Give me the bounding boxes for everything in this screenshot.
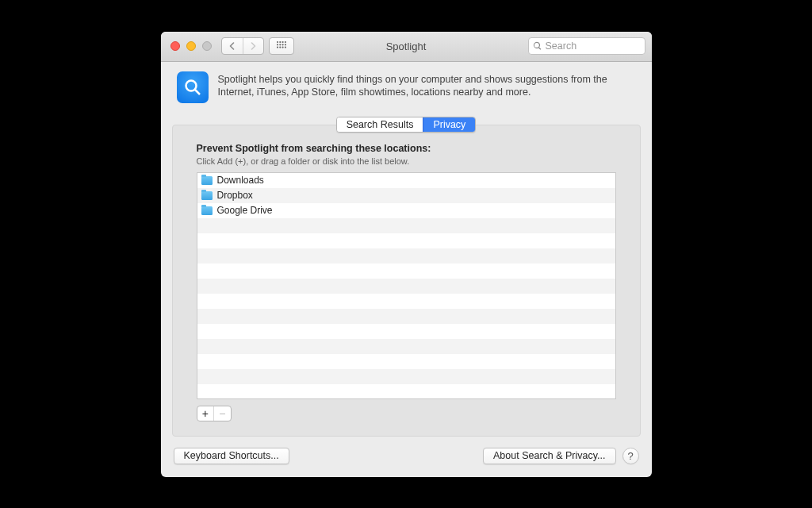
list-item[interactable] <box>197 309 615 324</box>
remove-button[interactable]: − <box>213 406 231 421</box>
tab-privacy[interactable]: Privacy <box>423 117 475 132</box>
show-all-button[interactable] <box>269 37 294 55</box>
forward-button[interactable] <box>243 38 263 54</box>
list-item[interactable] <box>197 218 615 233</box>
list-item[interactable] <box>197 324 615 339</box>
location-name: Downloads <box>217 175 264 186</box>
back-button[interactable] <box>222 38 243 54</box>
list-item[interactable] <box>197 294 615 309</box>
svg-point-2 <box>282 41 283 43</box>
folder-icon <box>201 206 213 215</box>
search-placeholder: Search <box>546 40 577 52</box>
list-item[interactable]: Google Drive <box>197 203 615 218</box>
help-button[interactable]: ? <box>622 448 639 464</box>
list-item[interactable] <box>197 264 615 279</box>
search-input[interactable]: Search <box>528 37 645 55</box>
spotlight-app-icon <box>177 71 209 103</box>
folder-icon <box>201 191 213 200</box>
header: Spotlight helps you quickly find things … <box>161 62 652 111</box>
svg-point-6 <box>282 44 283 45</box>
location-name: Google Drive <box>217 205 273 216</box>
preferences-window: Spotlight Search Spotlight helps you qui… <box>161 32 652 477</box>
svg-line-13 <box>195 90 200 94</box>
svg-point-10 <box>282 47 283 48</box>
footer: Keyboard Shortcuts... About Search & Pri… <box>161 448 652 477</box>
list-item[interactable] <box>197 248 615 264</box>
svg-point-11 <box>284 47 285 48</box>
panel-hint: Click Add (+), or drag a folder or disk … <box>197 156 616 166</box>
tabs: Search Results Privacy <box>161 117 652 133</box>
svg-point-0 <box>276 41 278 43</box>
svg-point-7 <box>284 44 285 45</box>
list-item[interactable]: Dropbox <box>197 188 615 203</box>
folder-icon <box>201 176 213 185</box>
svg-point-9 <box>279 47 281 48</box>
list-item[interactable]: Downloads <box>197 173 615 188</box>
list-item[interactable] <box>197 279 615 294</box>
list-item[interactable] <box>197 233 615 248</box>
privacy-panel: Prevent Spotlight from searching these l… <box>172 125 641 437</box>
toolbar-nav <box>221 37 294 55</box>
svg-point-5 <box>279 44 281 45</box>
keyboard-shortcuts-button[interactable]: Keyboard Shortcuts... <box>174 448 289 464</box>
about-search-privacy-button[interactable]: About Search & Privacy... <box>483 448 616 464</box>
list-item[interactable] <box>197 369 615 384</box>
zoom-icon <box>202 41 212 51</box>
locations-list[interactable]: Downloads Dropbox Google Drive <box>197 172 616 399</box>
add-remove-buttons: + − <box>197 406 232 421</box>
list-item[interactable] <box>197 354 615 369</box>
titlebar: Spotlight Search <box>161 32 652 62</box>
grid-icon <box>270 38 293 54</box>
svg-point-12 <box>186 80 196 90</box>
close-icon[interactable] <box>170 41 180 51</box>
back-forward-buttons[interactable] <box>221 37 264 55</box>
tab-search-results[interactable]: Search Results <box>337 117 423 132</box>
svg-point-3 <box>284 41 285 43</box>
svg-point-8 <box>276 47 278 48</box>
window-controls <box>167 41 215 51</box>
location-name: Dropbox <box>217 190 253 201</box>
svg-point-4 <box>276 44 278 45</box>
add-button[interactable]: + <box>197 406 214 421</box>
minimize-icon[interactable] <box>186 41 196 51</box>
panel-heading: Prevent Spotlight from searching these l… <box>197 143 616 154</box>
list-item[interactable] <box>197 339 615 354</box>
search-icon <box>533 41 542 51</box>
svg-point-1 <box>279 41 281 43</box>
header-description: Spotlight helps you quickly find things … <box>218 71 636 103</box>
